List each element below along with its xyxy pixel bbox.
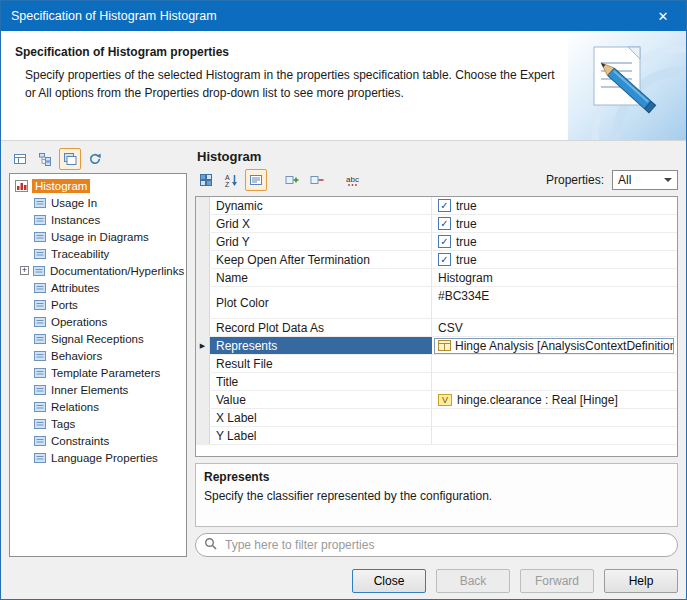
tree-item-label: Signal Receptions: [51, 333, 144, 345]
property-description-title: Represents: [204, 470, 669, 484]
property-label: Dynamic: [210, 197, 432, 214]
tree-item-attributes[interactable]: Attributes: [10, 279, 186, 296]
properties-view-icon[interactable]: [9, 148, 31, 170]
specification-tree: Histogram Usage In Instances Usage in Di…: [9, 173, 187, 557]
tree-item-signal-receptions[interactable]: Signal Receptions: [10, 330, 186, 347]
property-row-keep-open-after-termination[interactable]: Keep Open After Termination ✓ true: [196, 251, 677, 269]
checkbox-value-text: true: [456, 217, 477, 231]
filter-input[interactable]: [223, 537, 669, 553]
sort-alphabetically-icon[interactable]: AZ: [220, 169, 242, 191]
property-value: CSV: [432, 319, 677, 336]
tree-item-label: Histogram: [32, 179, 90, 193]
analysis-context-icon: [438, 340, 451, 351]
containment-view-icon[interactable]: [34, 148, 56, 170]
tree-item-tags[interactable]: Tags: [10, 415, 186, 432]
row-marker: [196, 233, 210, 250]
property-row-dynamic[interactable]: Dynamic ✓ true: [196, 197, 677, 215]
property-value: ✓ true: [432, 215, 677, 232]
tree-item-template-parameters[interactable]: Template Parameters: [10, 364, 186, 381]
expand-categories-icon[interactable]: [281, 169, 303, 191]
property-row-value[interactable]: Value V hinge.clearance : Real [Hinge]: [196, 391, 677, 409]
tree-item-traceability[interactable]: Traceability: [10, 245, 186, 262]
represents-value-editor[interactable]: Hinge Analysis [AnalysisContextDefinitio…: [434, 338, 674, 354]
specification-dialog: Specification of Histogram Histogram ✕ S…: [0, 0, 687, 600]
checkbox-checked-icon[interactable]: ✓: [438, 217, 451, 230]
row-marker: [196, 215, 210, 232]
tree-item-language-properties[interactable]: Language Properties: [10, 449, 186, 466]
header-title: Specification of Histogram properties: [15, 45, 229, 59]
property-label: Grid X: [210, 215, 432, 232]
template-parameters-icon: [34, 367, 47, 379]
properties-toolbar: AZ abc Properties: All: [195, 167, 678, 193]
language-properties-icon: [34, 452, 47, 464]
property-row-title[interactable]: Title: [196, 373, 677, 391]
property-label: Record Plot Data As: [210, 319, 432, 336]
property-row-represents[interactable]: ▶ Represents Hinge Analysis [AnalysisCon…: [196, 337, 677, 355]
checkbox-checked-icon[interactable]: ✓: [438, 199, 451, 212]
property-value: Histogram: [432, 269, 677, 286]
property-row-record-plot-data-as[interactable]: Record Plot Data As CSV: [196, 319, 677, 337]
tree-item-instances[interactable]: Instances: [10, 211, 186, 228]
property-value: [432, 373, 677, 390]
ports-icon: [34, 299, 47, 311]
property-value: ✓ true: [432, 197, 677, 214]
property-label: Keep Open After Termination: [210, 251, 432, 268]
checkbox-checked-icon[interactable]: ✓: [438, 253, 451, 266]
property-label: Value: [210, 391, 432, 408]
collapse-categories-icon[interactable]: [306, 169, 328, 191]
property-table: Dynamic ✓ true Grid X ✓ true: [195, 196, 678, 457]
usage-in-icon: [34, 197, 47, 209]
tree-item-relations[interactable]: Relations: [10, 398, 186, 415]
categorized-view-icon[interactable]: [195, 169, 217, 191]
checkbox-value-text: true: [456, 253, 477, 267]
tree-item-behaviors[interactable]: Behaviors: [10, 347, 186, 364]
property-label: X Label: [210, 409, 432, 426]
documentation-icon: [33, 265, 46, 277]
property-row-grid-x[interactable]: Grid X ✓ true: [196, 215, 677, 233]
property-row-name[interactable]: Name Histogram: [196, 269, 677, 287]
customize-abc-icon[interactable]: abc: [342, 169, 364, 191]
tree-item-documentation-hyperlinks[interactable]: + Documentation/Hyperlinks: [10, 262, 186, 279]
chevron-down-icon: [664, 178, 672, 182]
checkbox-checked-icon[interactable]: ✓: [438, 235, 451, 248]
dialog-header: Specification of Histogram properties Sp…: [1, 31, 686, 141]
property-row-result-file[interactable]: Result File: [196, 355, 677, 373]
property-value: [432, 355, 677, 372]
tree-item-histogram[interactable]: Histogram: [10, 177, 186, 194]
tree-item-label: Tags: [51, 418, 75, 430]
tree-item-operations[interactable]: Operations: [10, 313, 186, 330]
property-description-pane: Represents Specify the classifier repres…: [195, 463, 678, 527]
property-value: V hinge.clearance : Real [Hinge]: [432, 391, 677, 408]
svg-text:abc: abc: [346, 175, 359, 184]
row-marker: [196, 409, 210, 426]
tree-item-label: Behaviors: [51, 350, 102, 362]
property-value-text: #BC334E: [438, 289, 489, 303]
show-description-icon[interactable]: [245, 169, 267, 191]
property-value: #BC334E: [432, 287, 677, 318]
tree-item-label: Relations: [51, 401, 99, 413]
property-value-text: Histogram: [438, 271, 493, 285]
checkbox-value-text: true: [456, 199, 477, 213]
close-button[interactable]: Close: [352, 569, 426, 593]
tree-item-usage-in-diagrams[interactable]: Usage in Diagrams: [10, 228, 186, 245]
property-row-grid-y[interactable]: Grid Y ✓ true: [196, 233, 677, 251]
help-button[interactable]: Help: [604, 569, 678, 593]
value-property-icon: V: [438, 394, 452, 406]
properties-mode-value: All: [618, 173, 631, 187]
tree-item-usage-in[interactable]: Usage In: [10, 194, 186, 211]
property-row-plot-color[interactable]: Plot Color #BC334E: [196, 287, 677, 319]
refresh-icon[interactable]: [84, 148, 106, 170]
tree-item-inner-elements[interactable]: Inner Elements: [10, 381, 186, 398]
properties-mode-select[interactable]: All: [612, 170, 678, 190]
expand-icon[interactable]: +: [20, 266, 29, 275]
stacked-view-icon[interactable]: [59, 148, 81, 170]
property-row-x-label[interactable]: X Label: [196, 409, 677, 427]
property-label: Y Label: [210, 427, 432, 444]
tree-item-constraints[interactable]: Constraints: [10, 432, 186, 449]
property-row-y-label[interactable]: Y Label: [196, 427, 677, 445]
tree-item-label: Traceability: [51, 248, 109, 260]
tree-item-ports[interactable]: Ports: [10, 296, 186, 313]
row-marker: [196, 287, 210, 318]
header-description: Specify properties of the selected Histo…: [25, 66, 565, 102]
close-icon[interactable]: ✕: [640, 1, 686, 31]
